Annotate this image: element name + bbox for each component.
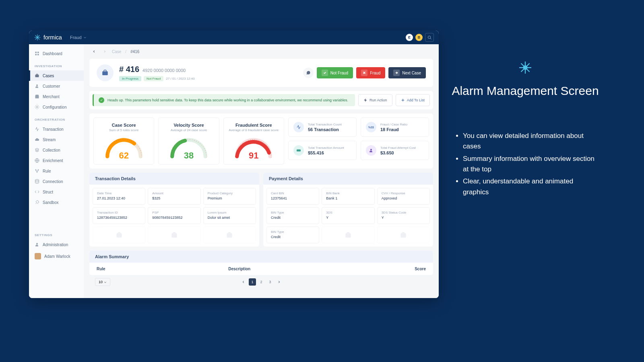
titlebar: formica Fraud E B <box>29 31 439 44</box>
svg-rect-18 <box>171 234 177 238</box>
sidebar-user-profile[interactable]: Adam Warlock <box>29 250 84 263</box>
velocity-score-value: 38 <box>184 150 194 161</box>
plus-icon <box>401 98 405 102</box>
nav-dropdown[interactable]: Fraud <box>70 35 87 40</box>
globe-icon <box>35 158 39 163</box>
check-icon <box>323 71 326 74</box>
marketing-panel: Alarm Management Screen You can view det… <box>451 60 600 199</box>
money-icon <box>293 145 304 156</box>
app-window: formica Fraud E B Dashboard INVESTIGATIO… <box>29 31 439 298</box>
comment-icon <box>306 70 311 75</box>
fraud-score-value: 91 <box>249 150 258 161</box>
database-icon <box>35 179 39 184</box>
sidebar-section-orchestration: ORCHESTRATION <box>29 112 84 124</box>
activity-icon <box>35 127 39 132</box>
avatar-e[interactable]: E <box>406 34 413 41</box>
info-row: ✓ Heads up. This parameters hold sensiti… <box>89 91 433 109</box>
empty-field-icon <box>148 226 200 243</box>
payment-details-panel: Payment Details Card BIN12375641 BIN Ban… <box>263 173 433 247</box>
sidebar-item-enrichment[interactable]: Enrichment <box>29 155 84 166</box>
svg-point-7 <box>37 107 38 108</box>
sidebar-item-configuration[interactable]: Configuration <box>29 102 84 112</box>
page-3-button[interactable]: 3 <box>266 278 274 286</box>
rocket-icon <box>35 200 39 205</box>
comment-button[interactable] <box>303 68 314 78</box>
sidebar-item-stream[interactable]: Stream <box>29 134 84 145</box>
run-action-button[interactable]: Run Action <box>358 94 392 106</box>
check-circle-icon: ✓ <box>99 97 104 103</box>
sidebar-item-rule[interactable]: Rule <box>29 166 84 176</box>
close-icon <box>363 71 366 74</box>
svg-rect-3 <box>35 54 37 56</box>
sidebar-section-settings: SETTINGS <box>29 228 84 239</box>
empty-field-icon <box>93 226 145 243</box>
search-icon <box>427 35 432 40</box>
sidebar-item-customer[interactable]: Customer <box>29 81 84 91</box>
status-badge-notfraud: Not Fraud <box>144 76 164 81</box>
svg-point-12 <box>35 179 39 181</box>
snowflake-icon <box>34 34 41 41</box>
breadcrumb-case[interactable]: Case <box>112 49 121 54</box>
case-card-number: 4920 0000 0000 0000 <box>142 68 186 73</box>
add-to-list-button[interactable]: Add To List <box>396 94 430 106</box>
stat-fraud-ratio: %33 Fraud / Case Ratio18 Fraud <box>361 117 429 137</box>
search-button[interactable] <box>425 33 434 42</box>
empty-field-icon <box>322 226 374 243</box>
page-2-button[interactable]: 2 <box>258 278 265 286</box>
page-1-button[interactable]: 1 <box>249 278 256 286</box>
briefcase-icon <box>101 69 109 76</box>
chevron-down-icon <box>104 281 107 284</box>
svg-rect-21 <box>401 234 406 238</box>
sidebar: Dashboard INVESTIGATION Cases Customer M… <box>29 44 84 298</box>
grid-icon <box>35 51 39 56</box>
svg-rect-4 <box>37 54 39 56</box>
sidebar-item-merchant[interactable]: Merchant <box>29 91 84 102</box>
svg-point-10 <box>38 169 39 170</box>
velocity-score-card: Velocity Score Average of 24 case score … <box>158 117 219 165</box>
svg-point-9 <box>35 169 36 170</box>
transaction-details-panel: Transaction Details Date Time27.01.2023 … <box>89 173 259 247</box>
briefcase-icon <box>35 73 39 78</box>
next-case-button[interactable]: Next Case <box>388 67 426 78</box>
case-date: 27 / 01 / 2023 12:40 <box>166 77 194 80</box>
sidebar-item-cases[interactable]: Cases <box>29 70 84 81</box>
sidebar-item-connection[interactable]: Connection <box>29 176 84 187</box>
nav-back-button[interactable] <box>91 48 97 55</box>
stat-transaction-amount: Total Transaction Amount$55.416 <box>288 141 357 160</box>
cloud-icon <box>35 137 39 142</box>
fraud-button[interactable]: Fraud <box>356 67 385 78</box>
arrow-right-icon <box>395 71 398 74</box>
brand-logo[interactable]: formica <box>34 34 62 41</box>
sidebar-item-transaction[interactable]: Transaction <box>29 124 84 134</box>
page-next-button[interactable] <box>275 278 283 286</box>
svg-point-6 <box>36 84 38 86</box>
svg-point-16 <box>370 149 372 150</box>
avatar <box>35 253 41 259</box>
page-prev-button[interactable] <box>240 278 247 286</box>
table-header: Rule Description Score <box>89 263 433 275</box>
sidebar-item-dashboard[interactable]: Dashboard <box>29 48 84 59</box>
sidebar-item-collection[interactable]: Collection <box>29 145 84 155</box>
stat-fraud-cost: Total Fraud Attempt Cost$3.650 <box>361 141 429 160</box>
store-icon <box>35 94 39 99</box>
ratio-icon: %33 <box>366 122 376 132</box>
sidebar-item-struct[interactable]: Struct <box>29 187 84 197</box>
scores-section: Case Score Sum of 5 rules score 62 <box>89 113 433 169</box>
branch-icon <box>35 169 39 173</box>
not-fraud-button[interactable]: Not Fraud <box>317 67 353 78</box>
svg-rect-2 <box>37 52 39 53</box>
sidebar-item-administration[interactable]: Administration <box>29 239 84 250</box>
info-banner: ✓ Heads up. This parameters hold sensiti… <box>93 94 355 106</box>
case-icon <box>97 64 114 81</box>
sidebar-section-investigation: INVESTIGATION <box>29 59 84 70</box>
case-header: # 416 4920 0000 0000 0000 In Progress No… <box>89 59 433 87</box>
sidebar-item-sandbox[interactable]: Sandbox <box>29 197 84 208</box>
snowflake-icon <box>518 60 533 75</box>
page-size-selector[interactable]: 10 <box>95 278 110 286</box>
svg-rect-14 <box>102 71 108 75</box>
activity-icon <box>293 122 304 132</box>
layers-icon <box>35 148 39 152</box>
avatar-b[interactable]: B <box>415 34 423 41</box>
nav-forward-button[interactable] <box>101 48 108 55</box>
svg-rect-5 <box>35 75 39 78</box>
